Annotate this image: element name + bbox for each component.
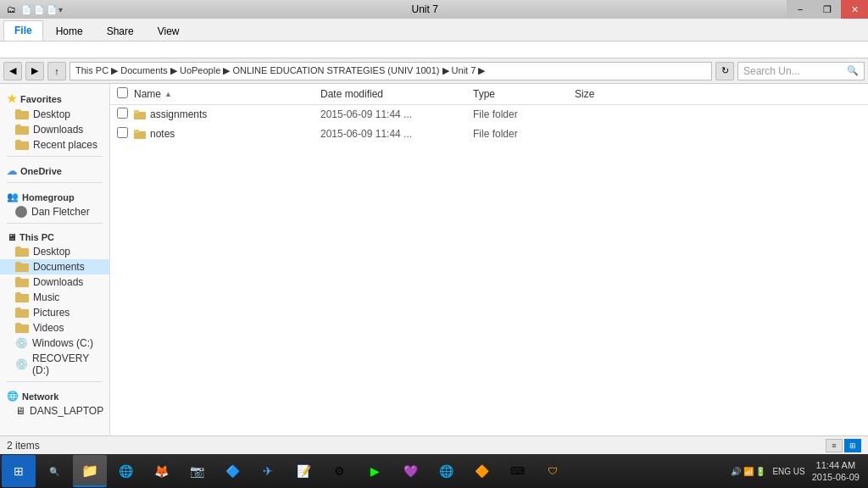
tab-home[interactable]: Home	[45, 21, 94, 41]
sidebar-item-downloads-pc[interactable]: Downloads	[0, 274, 109, 290]
taskbar-shield[interactable]: 🛡	[536, 455, 570, 487]
sidebar-item-videos[interactable]: Videos	[0, 320, 109, 336]
col-header-size[interactable]: Size	[575, 88, 643, 100]
network-icon: 🌐	[7, 391, 19, 402]
col-name-label: Name	[134, 88, 161, 100]
sidebar-item-dans-laptop[interactable]: 🖥 DANS_LAPTOP	[0, 403, 109, 419]
homegroup-icon: 👥	[7, 191, 19, 202]
sidebar-item-c-drive[interactable]: 💿 Windows (C:)	[0, 336, 109, 351]
sidebar-item-dan-fletcher[interactable]: Dan Fletcher	[0, 204, 109, 219]
sidebar-favorites-header[interactable]: ★ Favorites	[0, 87, 109, 107]
taskbar-keyboard[interactable]: ⌨	[500, 455, 534, 487]
folder-icon	[15, 109, 29, 119]
items-count: 2 items	[7, 440, 40, 452]
favorites-label: Favorites	[20, 94, 62, 104]
select-all-checkbox[interactable]	[117, 87, 128, 98]
drive-icon: 💿	[15, 337, 28, 349]
computer-icon: 🖥	[15, 405, 25, 417]
sidebar-item-desktop-pc[interactable]: Desktop	[0, 244, 109, 259]
sidebar-thispc-header[interactable]: 🖥 This PC	[0, 227, 109, 244]
divider	[7, 223, 103, 224]
col-header-date[interactable]: Date modified	[320, 88, 473, 100]
user-avatar	[15, 206, 27, 218]
sidebar-item-pictures[interactable]: Pictures	[0, 305, 109, 320]
thispc-label: This PC	[19, 232, 54, 242]
sidebar: ★ Favorites Desktop Downloads Recent pla…	[0, 84, 110, 435]
col-header-type[interactable]: Type	[473, 88, 575, 100]
up-button[interactable]: ↑	[47, 62, 66, 80]
sidebar-item-label: DANS_LAPTOP	[30, 405, 103, 417]
close-button[interactable]: ✕	[841, 0, 868, 19]
table-row[interactable]: notes 2015-06-09 11:44 ... File folder	[110, 125, 868, 144]
search-bar[interactable]: Search Un... 🔍	[737, 62, 865, 80]
col-header-name[interactable]: Name ▲	[134, 88, 320, 100]
tab-view[interactable]: View	[147, 21, 191, 41]
taskbar-settings[interactable]: ⚙	[322, 455, 356, 487]
divider	[7, 381, 103, 382]
onedrive-label: OneDrive	[20, 166, 62, 176]
taskbar-vs[interactable]: 💜	[393, 455, 427, 487]
search-icon: 🔍	[847, 65, 859, 76]
sidebar-item-label: RECOVERY (D:)	[32, 352, 103, 376]
col-date-label: Date modified	[320, 88, 383, 100]
sidebar-network-header[interactable]: 🌐 Network	[0, 385, 109, 403]
folder-icon	[15, 125, 29, 135]
taskbar-date: 2015-06-09	[812, 471, 860, 483]
sidebar-item-music[interactable]: Music	[0, 290, 109, 305]
col-size-label: Size	[575, 88, 594, 100]
tab-share[interactable]: Share	[96, 21, 145, 41]
pc-icon: 🖥	[7, 232, 16, 242]
sidebar-item-label: Downloads	[33, 276, 83, 288]
breadcrumb-text: This PC ▶ Documents ▶ UoPeople ▶ ONLINE …	[75, 65, 485, 76]
taskbar-file-explorer[interactable]: 📁	[73, 455, 107, 487]
sidebar-item-desktop-fav[interactable]: Desktop	[0, 107, 109, 122]
folder-icon	[15, 140, 29, 150]
start-button[interactable]: ⊞	[2, 455, 36, 487]
sidebar-item-label: Windows (C:)	[32, 337, 93, 349]
file-name: notes	[150, 128, 175, 140]
taskbar-terminal[interactable]: ▶	[358, 455, 392, 487]
divider	[7, 156, 103, 157]
row-checkbox[interactable]	[117, 108, 128, 119]
sidebar-item-documents[interactable]: Documents	[0, 259, 109, 274]
taskbar-browser-1[interactable]: 🌐	[108, 455, 142, 487]
tab-file[interactable]: File	[3, 20, 43, 41]
breadcrumb[interactable]: This PC ▶ Documents ▶ UoPeople ▶ ONLINE …	[70, 62, 712, 80]
search-placeholder: Search Un...	[743, 65, 800, 77]
sidebar-onedrive-header[interactable]: ☁ OneDrive	[0, 160, 109, 179]
taskbar-cortana[interactable]: 🔍	[37, 455, 71, 487]
file-type: File folder	[473, 128, 575, 140]
taskbar-app2[interactable]: ✈	[251, 455, 285, 487]
taskbar-app1[interactable]: 🔷	[215, 455, 249, 487]
sidebar-item-downloads-fav[interactable]: Downloads	[0, 122, 109, 137]
list-view-button[interactable]: ⊞	[844, 439, 861, 452]
divider	[7, 182, 103, 183]
minimize-button[interactable]: −	[787, 0, 814, 19]
table-row[interactable]: assignments 2015-06-09 11:44 ... File fo…	[110, 105, 868, 125]
taskbar-notepad[interactable]: 📝	[287, 455, 320, 487]
taskbar-photos[interactable]: 📷	[180, 455, 214, 487]
back-button[interactable]: ◀	[3, 62, 22, 80]
col-type-label: Type	[473, 88, 495, 100]
sidebar-item-d-drive[interactable]: 💿 RECOVERY (D:)	[0, 351, 109, 378]
network-label: Network	[22, 391, 58, 402]
restore-button[interactable]: ❐	[814, 0, 841, 19]
row-checkbox[interactable]	[117, 127, 128, 138]
taskbar-app3[interactable]: 🔶	[465, 455, 498, 487]
taskbar-time: 11:44 AM	[816, 459, 855, 471]
sidebar-homegroup-header[interactable]: 👥 Homegroup	[0, 186, 109, 204]
sort-arrow-icon: ▲	[164, 90, 172, 98]
taskbar-clock[interactable]: 11:44 AM 2015-06-09	[812, 459, 860, 484]
taskbar-browser-2[interactable]: 🌐	[429, 455, 463, 487]
sidebar-item-label: Documents	[33, 261, 85, 273]
forward-button[interactable]: ▶	[25, 62, 44, 80]
file-content-area: Name ▲ Date modified Type Size assignmen…	[110, 84, 868, 435]
details-view-button[interactable]: ≡	[826, 439, 843, 452]
sidebar-item-label: Music	[33, 291, 59, 303]
sidebar-item-recent[interactable]: Recent places	[0, 137, 109, 152]
taskbar-language: ENG US	[772, 467, 804, 476]
folder-icon	[15, 262, 29, 272]
refresh-button[interactable]: ↻	[715, 62, 734, 80]
view-buttons: ≡ ⊞	[826, 439, 861, 452]
taskbar-firefox[interactable]: 🦊	[144, 455, 178, 487]
